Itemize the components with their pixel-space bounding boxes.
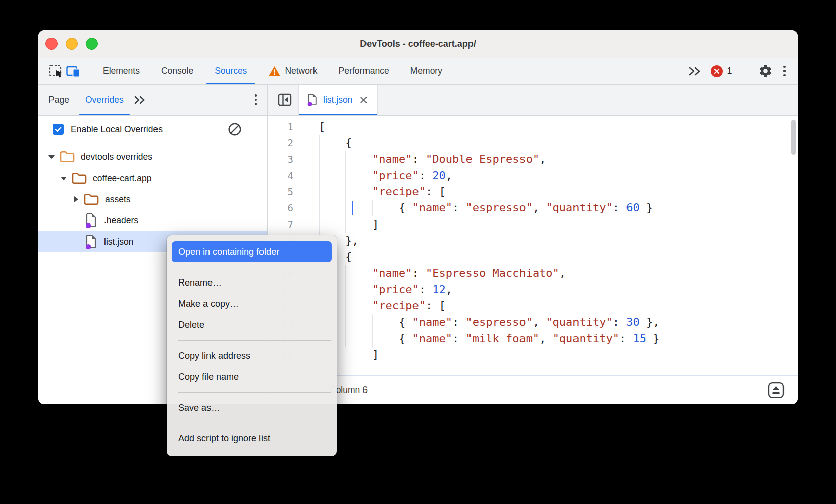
line-number[interactable]: 6 <box>268 200 293 216</box>
file-modified-icon <box>307 93 318 106</box>
code-line: { "name": "espresso", "quantity": 30 }, <box>319 314 660 330</box>
line-number[interactable]: 4 <box>268 167 293 184</box>
close-tab-button[interactable] <box>358 95 369 105</box>
tree-item-label: assets <box>105 194 131 205</box>
tab-network[interactable]: Network <box>257 58 328 84</box>
menu-item-copy-file-name[interactable]: Copy file name <box>167 366 337 387</box>
line-number[interactable]: 2 <box>268 135 293 151</box>
close-icon <box>360 96 368 104</box>
code-line: "price": 20, <box>319 167 660 184</box>
code-line: { <box>319 135 660 151</box>
error-badge[interactable]: 1 <box>711 65 732 77</box>
window-title: DevTools - coffee-cart.app/ <box>360 39 476 49</box>
enable-overrides-row: Enable Local Overrides <box>38 116 267 143</box>
tab-console[interactable]: Console <box>150 58 204 84</box>
menu-item-make-a-copy[interactable]: Make a copy… <box>167 293 337 314</box>
inspect-element-button[interactable] <box>47 63 65 80</box>
kebab-icon <box>255 94 257 97</box>
more-sidebar-tabs-button[interactable] <box>132 91 149 108</box>
block-icon <box>228 122 242 136</box>
enable-overrides-label: Enable Local Overrides <box>71 124 228 135</box>
editor-tabbar: list.json <box>268 85 798 116</box>
tree-item-devtools-overrides[interactable]: devtools overrides <box>38 146 267 167</box>
traffic-lights <box>45 30 98 58</box>
folder-icon <box>72 172 87 184</box>
chevron-double-icon <box>688 67 702 76</box>
panel-collapse-left-icon <box>277 92 292 107</box>
close-window-button[interactable] <box>45 38 58 50</box>
tree-item-assets[interactable]: assets <box>38 189 267 210</box>
tab-elements[interactable]: Elements <box>92 58 150 84</box>
main-toolbar: Elements Console Sources Network Perform… <box>38 58 798 85</box>
tree-item-coffee-cart-app[interactable]: coffee-cart.app <box>38 167 267 189</box>
text-cursor <box>352 201 353 215</box>
code-line: "name": "Espresso Macchiato", <box>319 265 660 282</box>
tree-item-label: list.json <box>104 237 133 247</box>
toolbar-right: 1 <box>687 63 788 80</box>
disclosure-expanded-icon[interactable] <box>60 175 68 182</box>
inspect-icon <box>48 64 64 79</box>
scrollbar-thumb[interactable] <box>791 120 796 155</box>
code-line: { "name": "milk foam", "quantity": 15 } <box>319 330 660 347</box>
file-tab-list-json[interactable]: list.json <box>298 85 378 115</box>
menu-item-delete[interactable]: Delete <box>167 314 337 335</box>
code-line: }, <box>319 233 660 249</box>
menu-item-open-in-containing-folder[interactable]: Open in containing folder <box>172 241 332 262</box>
clear-configuration-button[interactable] <box>228 122 242 136</box>
warning-icon <box>268 65 281 77</box>
disclosure-expanded-icon[interactable] <box>47 153 56 160</box>
menu-item-copy-link-address[interactable]: Copy link address <box>167 345 337 366</box>
line-number[interactable]: 3 <box>268 151 293 167</box>
zoom-window-button[interactable] <box>86 38 98 50</box>
tree-item-label: coffee-cart.app <box>93 173 151 184</box>
menu-item-add-script-to-ignore-list[interactable]: Add script to ignore list <box>167 428 337 449</box>
tab-overrides[interactable]: Overrides <box>77 85 132 115</box>
disclosure-collapsed-icon[interactable] <box>72 196 80 203</box>
file-tab-label: list.json <box>323 95 352 105</box>
hide-navigator-button[interactable] <box>276 91 293 108</box>
line-number[interactable]: 7 <box>268 216 293 233</box>
customize-devtools-button[interactable] <box>781 64 788 79</box>
toolbar-divider <box>87 65 87 78</box>
code-line: ] <box>319 216 660 233</box>
error-count: 1 <box>727 66 732 76</box>
enable-overrides-checkbox[interactable] <box>53 124 64 135</box>
device-toolbar-icon <box>66 64 81 79</box>
eject-icon <box>768 382 785 399</box>
tab-page[interactable]: Page <box>40 85 77 115</box>
menu-item-save-as[interactable]: Save as… <box>167 397 337 418</box>
tab-performance[interactable]: Performance <box>328 58 400 84</box>
code-editor[interactable]: [ { "name": "Double Espresso", "price": … <box>319 119 660 363</box>
sidebar-menu-button[interactable] <box>253 92 259 107</box>
code-line: "recipe": [ <box>319 184 660 200</box>
tab-sources[interactable]: Sources <box>204 58 257 84</box>
folder-icon <box>84 193 99 205</box>
menu-separator <box>178 267 331 267</box>
code-line: "recipe": [ <box>319 298 660 314</box>
open-containing-button[interactable] <box>768 382 785 399</box>
code-line: { "name": "espresso", "quantity": 60 } <box>319 200 660 216</box>
line-number[interactable]: 5 <box>268 184 293 200</box>
more-panels-button[interactable] <box>687 63 704 80</box>
tree-item-headers[interactable]: .headers <box>38 210 267 231</box>
minimize-window-button[interactable] <box>66 38 78 50</box>
screen: DevTools - coffee-cart.app/ Elements Con… <box>0 0 836 504</box>
file-modified-icon <box>85 234 98 249</box>
folder-icon <box>60 151 75 163</box>
panel-tabs: Elements Console Sources Network Perform… <box>92 58 453 84</box>
line-number[interactable]: 1 <box>268 119 293 135</box>
code-line: "price": 12, <box>319 282 660 298</box>
code-line: ] <box>319 347 660 363</box>
context-menu: Open in containing folder Rename… Make a… <box>167 235 337 456</box>
code-content[interactable]: 123456789101112131415 [ { "name": "Doubl… <box>268 116 798 375</box>
code-line: { <box>319 249 660 265</box>
menu-item-rename[interactable]: Rename… <box>167 272 337 293</box>
tab-memory[interactable]: Memory <box>400 58 453 84</box>
menu-separator <box>178 340 331 341</box>
code-line: "name": "Double Espresso", <box>319 151 660 167</box>
settings-button[interactable] <box>757 63 774 80</box>
checkmark-icon <box>54 125 62 133</box>
device-toolbar-button[interactable] <box>65 63 82 80</box>
error-icon <box>711 65 723 77</box>
menu-separator <box>178 423 331 423</box>
